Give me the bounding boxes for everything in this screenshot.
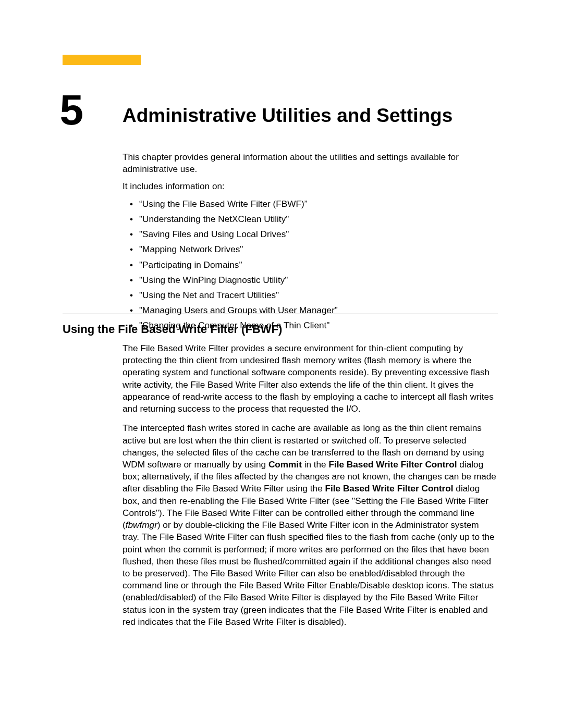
intro-paragraph-2: It includes information on:: [123, 180, 498, 192]
bold-text: File Based Write Filter Control: [328, 459, 457, 470]
toc-item: "Mapping Network Drives": [123, 243, 498, 255]
bold-text: File Based Write Filter Control: [325, 483, 454, 493]
toc-item: "Understanding the NetXClean Utility": [123, 213, 498, 225]
section-heading: Using the File Based Write Filter (FBWF): [63, 323, 498, 336]
section-paragraph-1: The File Based Write Filter provides a s…: [123, 342, 498, 415]
toc-item: “Using the File Based Write Filter (FBWF…: [123, 198, 498, 210]
section-body: The File Based Write Filter provides a s…: [123, 342, 498, 628]
text: in the: [302, 459, 329, 470]
toc-item: "Using the Net and Tracert Utilities": [123, 289, 498, 301]
text: ) or by double-clicking the File Based W…: [123, 520, 495, 627]
toc-item: "Participating in Domains": [123, 259, 498, 271]
bold-text: Commit: [268, 459, 302, 470]
italic-text: fbwfmgr: [126, 520, 157, 530]
toc-item: "Saving Files and Using Local Drives": [123, 228, 498, 240]
chapter-number: 5: [0, 89, 123, 131]
page: 5 Administrative Utilities and Settings …: [0, 0, 563, 728]
section-paragraph-2: The intercepted flash writes stored in c…: [123, 422, 498, 628]
intro-paragraph-1: This chapter provides general informatio…: [123, 151, 498, 175]
chapter-title: Administrative Utilities and Settings: [123, 89, 452, 127]
toc-item: "Using the WinPing Diagnostic Utility": [123, 274, 498, 286]
accent-bar: [63, 55, 141, 65]
section-block: Using the File Based Write Filter (FBWF)…: [63, 314, 498, 635]
section-divider: [63, 314, 498, 314]
toc-list: “Using the File Based Write Filter (FBWF…: [123, 198, 498, 332]
chapter-header: 5 Administrative Utilities and Settings: [0, 89, 563, 131]
